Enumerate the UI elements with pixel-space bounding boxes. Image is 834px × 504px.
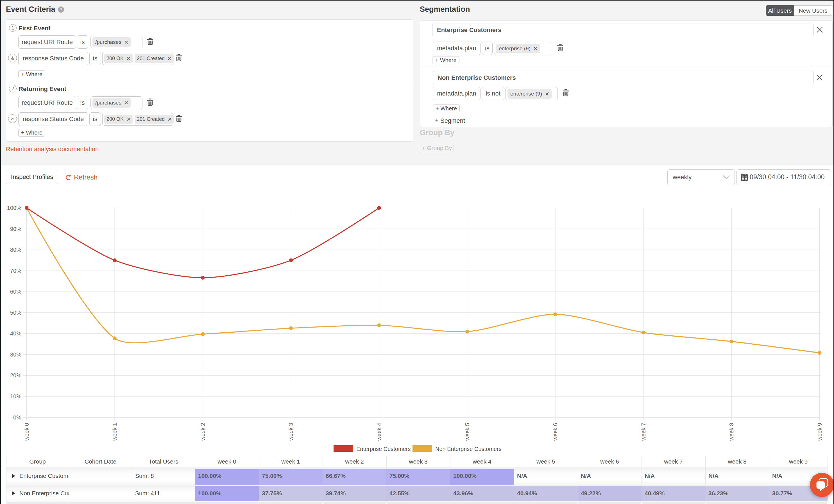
svg-text:0%: 0% <box>13 414 21 420</box>
svg-text:week 2: week 2 <box>200 423 206 441</box>
svg-text:week 9: week 9 <box>817 423 823 441</box>
svg-text:90%: 90% <box>10 226 21 232</box>
svg-text:week 5: week 5 <box>464 423 470 441</box>
svg-text:week 4: week 4 <box>376 423 382 441</box>
svg-text:70%: 70% <box>10 268 21 274</box>
svg-text:80%: 80% <box>10 247 21 253</box>
svg-text:10%: 10% <box>10 393 21 399</box>
svg-text:100%: 100% <box>7 205 21 211</box>
svg-text:week 3: week 3 <box>288 423 294 441</box>
svg-text:week 8: week 8 <box>728 423 734 441</box>
svg-text:50%: 50% <box>10 310 21 316</box>
svg-text:week 7: week 7 <box>640 423 646 441</box>
svg-text:60%: 60% <box>10 288 21 295</box>
svg-text:30%: 30% <box>10 351 21 358</box>
svg-text:20%: 20% <box>10 372 21 378</box>
svg-text:week 0: week 0 <box>24 423 30 441</box>
svg-text:week 6: week 6 <box>552 423 558 441</box>
svg-text:40%: 40% <box>10 330 21 336</box>
svg-text:week 1: week 1 <box>112 423 118 441</box>
